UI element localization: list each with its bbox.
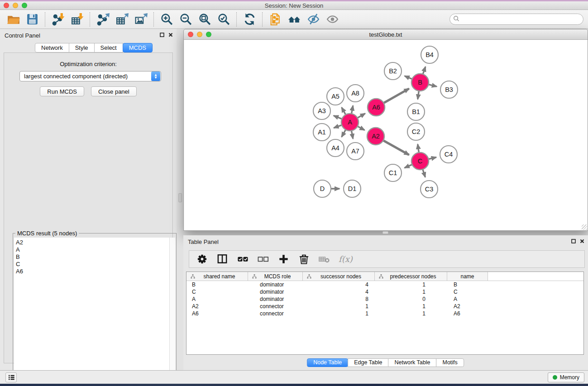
mcds-result-item[interactable]: A6 bbox=[16, 268, 169, 275]
trash-button[interactable] bbox=[298, 253, 310, 266]
table-row[interactable]: Adominator80A bbox=[186, 295, 583, 303]
open-file-button[interactable] bbox=[4, 11, 23, 28]
node-B[interactable]: B bbox=[411, 74, 429, 91]
table-cell: connector bbox=[248, 310, 303, 317]
table-cell: dominator bbox=[248, 296, 303, 302]
column-header-successor-nodes[interactable]: successor nodes bbox=[303, 272, 375, 281]
close-panel-button[interactable]: Close panel bbox=[91, 86, 137, 96]
svg-text:C: C bbox=[418, 157, 422, 165]
node-D1[interactable]: D1 bbox=[344, 180, 361, 197]
mcds-result-item[interactable]: B bbox=[16, 253, 169, 261]
tab-network-table[interactable]: Network Table bbox=[388, 358, 437, 367]
gear-button[interactable] bbox=[196, 253, 208, 266]
tab-edge-table[interactable]: Edge Table bbox=[348, 358, 388, 367]
table-row[interactable]: A2connector11A2 bbox=[186, 303, 583, 310]
table-cell: A6 bbox=[186, 310, 248, 317]
export-table-button[interactable] bbox=[112, 11, 131, 28]
zoom-fit-button[interactable] bbox=[195, 11, 214, 28]
show-details-button[interactable] bbox=[323, 11, 342, 28]
selected-criterion: largest connected component (directed) bbox=[20, 73, 151, 80]
mcds-result-item[interactable]: A bbox=[16, 246, 169, 253]
node-A[interactable]: A bbox=[341, 114, 359, 131]
resize-grip[interactable] bbox=[582, 224, 587, 230]
mcds-result-list[interactable]: A2ABCA6 bbox=[14, 238, 169, 384]
task-history-button[interactable] bbox=[5, 372, 17, 382]
zoom-out-button[interactable] bbox=[176, 11, 195, 28]
node-B4[interactable]: B4 bbox=[421, 46, 438, 63]
node-C2[interactable]: C2 bbox=[407, 123, 425, 140]
tab-node-table[interactable]: Node Table bbox=[307, 358, 348, 367]
node-A2[interactable]: A2 bbox=[367, 128, 384, 145]
save-button[interactable] bbox=[23, 11, 42, 28]
table-row[interactable]: Cdominator41C bbox=[186, 288, 583, 295]
network-canvas[interactable]: AA6A2BCA5A8A3A1A4A7B2B4B3B1C2C4C1C3DD1 bbox=[184, 40, 588, 230]
memory-button[interactable]: Memory bbox=[548, 372, 584, 382]
node-A6[interactable]: A6 bbox=[368, 99, 385, 116]
float-table-panel-icon[interactable] bbox=[571, 238, 576, 243]
tab-motifs[interactable]: Motifs bbox=[436, 358, 464, 367]
close-table-panel-icon[interactable] bbox=[579, 238, 584, 243]
tab-network[interactable]: Network bbox=[35, 43, 69, 52]
tab-select[interactable]: Select bbox=[94, 43, 123, 52]
deselect-all-button[interactable] bbox=[257, 253, 269, 266]
refresh-button[interactable] bbox=[240, 11, 259, 28]
tab-style[interactable]: Style bbox=[69, 43, 95, 52]
mcds-result-item[interactable]: A2 bbox=[16, 239, 169, 246]
toolbar-group bbox=[266, 11, 342, 28]
save-icon bbox=[26, 13, 39, 26]
node-B2[interactable]: B2 bbox=[384, 62, 402, 80]
app-titlebar: Session: New Session bbox=[0, 1, 588, 10]
node-A8[interactable]: A8 bbox=[347, 85, 364, 102]
export-image-button[interactable] bbox=[131, 11, 150, 28]
column-header-name[interactable]: name bbox=[447, 272, 488, 281]
home-button[interactable] bbox=[285, 11, 304, 28]
column-header-MCDS-role[interactable]: MCDS role bbox=[248, 272, 303, 281]
node-B3[interactable]: B3 bbox=[440, 81, 458, 98]
node-C1[interactable]: C1 bbox=[384, 164, 402, 181]
node-A5[interactable]: A5 bbox=[327, 88, 344, 105]
optimization-criterion-select[interactable]: largest connected component (directed) ▲… bbox=[19, 71, 161, 81]
toolbar-group bbox=[157, 11, 233, 28]
network-window-titlebar[interactable]: testGlobe.txt bbox=[184, 29, 588, 40]
import-network-button[interactable] bbox=[48, 11, 67, 28]
columns-button[interactable] bbox=[216, 253, 229, 266]
column-header-predecessor-nodes[interactable]: predecessor nodes bbox=[375, 272, 447, 281]
node-B1[interactable]: B1 bbox=[407, 103, 425, 120]
mcds-result-item[interactable]: C bbox=[16, 261, 169, 268]
table-cell: A bbox=[186, 296, 248, 302]
node-C3[interactable]: C3 bbox=[421, 181, 438, 198]
run-mcds-button[interactable]: Run MCDS bbox=[40, 86, 84, 96]
column-header-shared-name[interactable]: shared name bbox=[186, 272, 248, 281]
table-tabs: Node TableEdge TableNetwork TableMotifs bbox=[307, 358, 464, 367]
node-C4[interactable]: C4 bbox=[440, 146, 457, 163]
node-C[interactable]: C bbox=[411, 152, 429, 170]
duplicate-network-button[interactable] bbox=[266, 11, 285, 28]
node-A3[interactable]: A3 bbox=[313, 102, 330, 119]
float-panel-icon[interactable] bbox=[159, 32, 164, 37]
export-network-button[interactable] bbox=[93, 11, 112, 28]
zoom-selected-button[interactable] bbox=[214, 11, 233, 28]
select-all-button[interactable] bbox=[237, 253, 249, 266]
table-row[interactable]: A6connector11A6 bbox=[186, 310, 583, 317]
node-A1[interactable]: A1 bbox=[313, 124, 330, 141]
zoom-in-button[interactable] bbox=[157, 11, 176, 28]
add-button[interactable] bbox=[277, 253, 290, 266]
import-table-button[interactable] bbox=[67, 11, 86, 28]
table-row[interactable]: Bdominator41B bbox=[186, 281, 583, 288]
svg-text:B3: B3 bbox=[445, 86, 453, 93]
network-view-window: testGlobe.txt AA6A2BCA5A8A3A1A4A7B2B4B3B… bbox=[183, 29, 588, 231]
vertical-split-handle[interactable] bbox=[178, 193, 182, 202]
svg-text:A: A bbox=[348, 119, 352, 126]
horizontal-split-handle[interactable] bbox=[382, 231, 388, 234]
table-cell: A2 bbox=[447, 303, 488, 310]
node-D[interactable]: D bbox=[314, 180, 331, 197]
svg-text:A8: A8 bbox=[351, 90, 359, 97]
result-scrollbar[interactable] bbox=[169, 238, 175, 384]
search-input[interactable] bbox=[459, 15, 583, 24]
node-A7[interactable]: A7 bbox=[347, 143, 364, 160]
node-A4[interactable]: A4 bbox=[327, 139, 344, 157]
tab-mcds[interactable]: MCDS bbox=[123, 43, 153, 52]
close-panel-icon[interactable] bbox=[168, 32, 173, 37]
search-field[interactable] bbox=[449, 14, 583, 25]
hide-details-button[interactable] bbox=[304, 11, 323, 28]
